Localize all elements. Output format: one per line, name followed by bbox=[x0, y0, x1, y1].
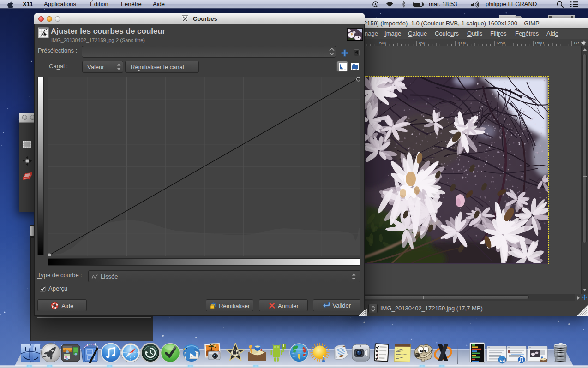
svg-text:500: 500 bbox=[379, 41, 386, 45]
svg-text:1250: 1250 bbox=[496, 41, 505, 45]
svg-text:1000: 1000 bbox=[457, 41, 466, 45]
svg-text:750: 750 bbox=[418, 41, 425, 45]
svg-text:175: 175 bbox=[573, 41, 579, 45]
svg-text:1500: 1500 bbox=[534, 41, 544, 45]
